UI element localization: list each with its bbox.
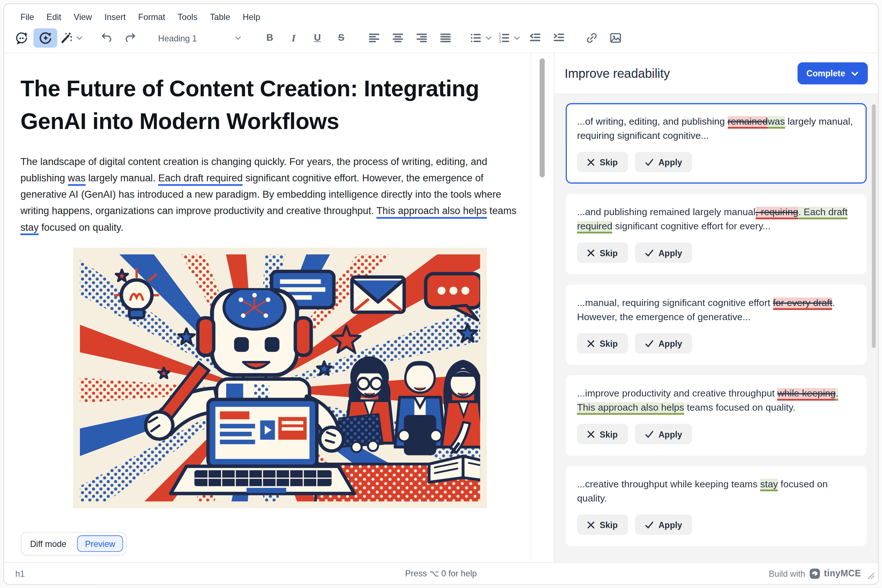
skip-button[interactable]: Skip <box>577 152 628 172</box>
menu-file[interactable]: File <box>14 9 41 24</box>
toolbar-ai-chat-button[interactable] <box>10 28 33 48</box>
brand-name[interactable]: tinyMCE <box>824 568 861 579</box>
tinymce-logo-icon <box>809 568 820 579</box>
image-icon <box>609 31 622 45</box>
skip-button[interactable]: Skip <box>577 333 628 354</box>
apply-button-label: Apply <box>658 339 682 348</box>
menu-bar: FileEditViewInsertFormatToolsTableHelp <box>4 4 878 26</box>
skip-button-label: Skip <box>600 520 618 530</box>
apply-button-label: Apply <box>658 520 682 530</box>
context-text: ...and publishing remained largely manua… <box>577 207 756 218</box>
x-icon <box>587 430 594 438</box>
align-left-icon <box>367 31 381 45</box>
toolbar-strikethrough-button[interactable]: S <box>329 28 353 48</box>
readability-panel: Improve readability Complete ...of writi… <box>554 53 878 562</box>
indent-icon <box>552 31 566 45</box>
suggestion-text: ...manual, requiring significant cogniti… <box>577 296 855 324</box>
apply-button[interactable]: Apply <box>635 424 693 444</box>
deleted-text: , requiring <box>756 207 798 219</box>
toolbar-undo-button[interactable] <box>95 28 118 48</box>
apply-button[interactable]: Apply <box>635 152 693 172</box>
skip-button[interactable]: Skip <box>577 242 628 263</box>
envelope-doodle <box>352 277 404 312</box>
svg-text:3: 3 <box>499 39 501 44</box>
chevron-down-icon <box>851 70 859 77</box>
toolbar-image-button[interactable] <box>604 28 627 48</box>
chevron-down-icon[interactable] <box>513 34 521 41</box>
bold-icon: B <box>266 32 273 44</box>
toolbar-group-align <box>362 28 457 48</box>
chevron-down-icon[interactable] <box>485 34 493 41</box>
skip-button[interactable]: Skip <box>577 514 628 535</box>
toolbar-align-center-button[interactable] <box>386 28 410 48</box>
suggestion-text: ...of writing, editing, and publishing r… <box>577 114 855 143</box>
block-format-label: Heading 1 <box>158 33 197 43</box>
apply-button[interactable]: Apply <box>635 333 693 354</box>
strikethrough-icon: S <box>338 32 345 44</box>
redo-icon <box>123 31 137 45</box>
doc-text: teams <box>487 205 517 216</box>
toolbar-bold-button[interactable]: B <box>258 28 281 48</box>
apply-button[interactable]: Apply <box>635 242 693 263</box>
toolbar-numbered-list-button[interactable]: 123 <box>495 28 523 48</box>
menu-format[interactable]: Format <box>132 9 171 24</box>
toolbar-underline-button[interactable]: U <box>305 28 329 48</box>
menu-table[interactable]: Table <box>204 9 236 24</box>
editor-scrollbar[interactable] <box>531 53 554 562</box>
block-format-dropdown[interactable]: Heading 1 <box>151 28 249 48</box>
readability-underline-text: Each draft required <box>158 172 242 186</box>
toolbar-indent-button[interactable] <box>547 28 571 48</box>
suggestion-card-4[interactable]: ...improve productivity and creative thr… <box>566 375 867 455</box>
toolbar-align-right-button[interactable] <box>410 28 433 48</box>
check-icon <box>645 249 653 256</box>
underline-icon: U <box>314 32 321 44</box>
readability-underline-text: stay <box>20 222 39 235</box>
toolbar-align-left-button[interactable] <box>362 28 386 48</box>
skip-button-label: Skip <box>600 158 618 167</box>
editor-scrollbar-thumb[interactable] <box>539 58 545 177</box>
apply-button-label: Apply <box>658 429 682 439</box>
toolbar-align-justify-button[interactable] <box>434 28 457 48</box>
toolbar-bullet-list-button[interactable] <box>466 28 495 48</box>
people-group <box>334 357 485 454</box>
diff-preview-toggle: Diff mode Preview <box>21 532 126 555</box>
italic-icon: I <box>291 32 296 44</box>
skip-button[interactable]: Skip <box>577 424 628 444</box>
diff-mode-button[interactable]: Diff mode <box>24 535 72 552</box>
suggestion-card-5[interactable]: ...creative throughput while keeping tea… <box>566 466 867 546</box>
doc-text: largely manual. <box>86 172 158 183</box>
menu-tools[interactable]: Tools <box>171 9 204 24</box>
menu-view[interactable]: View <box>68 9 99 24</box>
card-actions: SkipApply <box>577 333 855 354</box>
preview-button[interactable]: Preview <box>77 535 123 552</box>
toolbar-ai-review-button[interactable] <box>33 28 57 48</box>
suggestion-list: ...of writing, editing, and publishing r… <box>554 94 878 562</box>
suggestion-card-2[interactable]: ...and publishing remained largely manua… <box>566 194 867 274</box>
check-icon <box>645 521 653 528</box>
toolbar-italic-button[interactable]: I <box>282 28 305 48</box>
editor-pane[interactable]: The Future of Content Creation: Integrat… <box>4 53 531 562</box>
ai-chat-icon <box>15 31 29 45</box>
toolbar-redo-button[interactable] <box>119 28 142 48</box>
toolbar-outdent-button[interactable] <box>523 28 547 48</box>
main-area: The Future of Content Creation: Integrat… <box>4 53 878 562</box>
toolbar-group-lists: 123 <box>466 28 571 48</box>
menu-edit[interactable]: Edit <box>41 9 68 24</box>
toolbar-ai-shortcuts-button[interactable] <box>57 28 86 48</box>
align-justify-icon <box>439 31 452 45</box>
menu-help[interactable]: Help <box>236 9 266 24</box>
x-icon <box>587 521 594 528</box>
complete-button[interactable]: Complete <box>797 63 868 85</box>
apply-button[interactable]: Apply <box>635 514 693 535</box>
panel-title: Improve readability <box>565 66 670 81</box>
toolbar-link-button[interactable] <box>580 28 604 48</box>
check-icon <box>645 430 653 438</box>
suggestion-card-1[interactable]: ...of writing, editing, and publishing r… <box>566 103 867 183</box>
ai-review-icon <box>39 31 52 45</box>
chevron-down-icon[interactable] <box>75 34 83 41</box>
genai-illustration <box>73 248 487 508</box>
suggestion-text: ...and publishing remained largely manua… <box>577 205 855 233</box>
menu-insert[interactable]: Insert <box>98 9 132 24</box>
suggestion-card-3[interactable]: ...manual, requiring significant cogniti… <box>566 285 867 365</box>
panel-scrollbar-thumb[interactable] <box>872 104 876 348</box>
